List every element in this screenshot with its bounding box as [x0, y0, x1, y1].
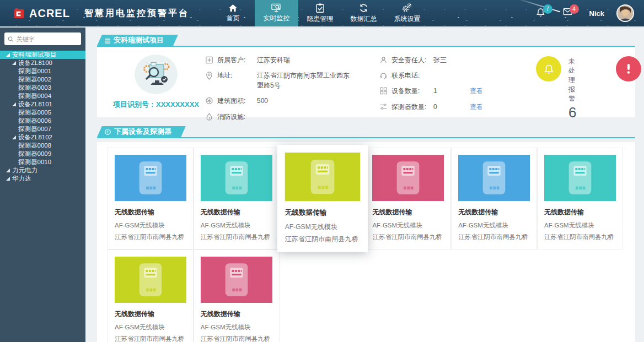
tree-node-label: 探测器0006 — [18, 117, 51, 125]
alarm-stat-circle — [536, 56, 561, 82]
device-card-address: 江苏省江阴市南闸县九桥 — [115, 233, 186, 241]
tree-node-label: 华力达 — [12, 175, 31, 183]
field-address: 地址: 江苏省江阴市南闸东盟工业园东盟路5号 — [205, 71, 379, 90]
meter-device-icon — [223, 160, 250, 196]
nav-item-data-summary[interactable]: 数据汇总 — [342, 0, 385, 26]
nav-item-hazard-management[interactable]: 隐患管理 — [298, 0, 342, 26]
tree-node-detector[interactable]: 探测器0005 — [0, 108, 85, 117]
project-info-panel: 项目识别号：XXXXXXXXX 所属客户: 江苏安科瑞 地址: 江苏省江阴市南闸… — [97, 47, 635, 117]
grid-icon — [379, 87, 388, 95]
project-fields-left: 所属客户: 江苏安科瑞 地址: 江苏省江阴市南闸东盟工业园东盟路5号 建筑面 — [205, 53, 379, 110]
device-card[interactable]: 无线数据传输 AF-GSM无线模块 江苏省江阴市南闸县九桥 — [108, 148, 194, 249]
tree-node-device[interactable]: 设备ZL8101 — [0, 100, 85, 108]
tree-node-detector[interactable]: 探测器0004 — [0, 92, 85, 100]
devices-section-title: 下属设备及探测器 — [114, 127, 171, 135]
brand-logo-text: ACREL — [29, 7, 70, 20]
view-devices-link[interactable]: 查看 — [470, 86, 483, 96]
device-card-address: 江苏省江阴市南闸县九桥 — [458, 233, 530, 241]
meter-device-icon — [137, 160, 164, 196]
tree-node-detector[interactable]: 探测器0007 — [0, 125, 85, 133]
nav-item-label: 数据汇总 — [350, 14, 377, 24]
stat-value: 6 — [568, 104, 576, 121]
tree-node-detector[interactable]: 探测器0003 — [0, 84, 85, 92]
devices-section-header: 下属设备及探测器 — [97, 126, 635, 138]
device-card[interactable]: 无线数据传输 AF-GSM无线模块 江苏省江阴市南闸县九桥 — [537, 148, 623, 249]
device-card[interactable]: 无线数据传输 AF-GSM无线模块 江苏省江阴市南闸县九桥 — [451, 148, 537, 249]
meter-device-icon — [137, 262, 164, 297]
alarm-count-badge: 7 — [543, 4, 552, 14]
device-card-title: 无线数据传输 — [115, 310, 186, 319]
nav-item-home[interactable]: 首页 — [211, 0, 255, 26]
field-value: 张三 — [433, 56, 470, 65]
project-id-text: 项目识别号：XXXXXXXXX — [113, 100, 199, 110]
field-device-count: 设备数量: 1 查看 — [379, 86, 517, 96]
field-contact-phone: 联系电话: — [379, 71, 517, 80]
sidebar-search — [4, 32, 81, 45]
tree-node-detector[interactable]: 探测器0010 — [0, 158, 85, 166]
clipboard-check-icon — [316, 3, 324, 13]
expand-triangle-icon[interactable] — [6, 177, 10, 181]
tree-node-detector[interactable]: 探测器0008 — [0, 142, 85, 150]
field-label: 探测器数量: — [391, 102, 433, 112]
expand-triangle-icon[interactable] — [12, 61, 16, 65]
nav-item-label: 隐患管理 — [307, 14, 333, 24]
device-card-address: 江苏省江阴市南闸县九桥 — [115, 335, 186, 342]
fire-icon — [205, 113, 213, 121]
tree-node-device[interactable]: 设备ZL8100 — [0, 59, 85, 67]
device-card[interactable]: 无线数据传输 AF-GSM无线模块 江苏省江阴市南闸县九桥 — [194, 148, 280, 249]
tree-node-project[interactable]: 力元电力 — [0, 166, 85, 175]
device-card[interactable]: 无线数据传输 AF-GSM无线模块 江苏省江阴市南闸县九桥 — [108, 249, 194, 342]
device-card-media — [115, 257, 186, 303]
device-card-model: AF-GSM无线模块 — [372, 221, 444, 230]
top-navbar: ACREL 智慧用电监控预警平台 首页 实时监控 — [0, 0, 644, 28]
search-input[interactable] — [17, 36, 78, 42]
field-value: 江苏省江阴市南闸东盟工业园东盟路5号 — [257, 71, 355, 90]
tree-node-label: 探测器0009 — [18, 150, 51, 158]
user-avatar[interactable] — [616, 4, 634, 22]
field-label: 安全责任人: — [391, 56, 433, 65]
expand-triangle-icon[interactable] — [12, 102, 16, 106]
device-cards-grid: 无线数据传输 AF-GSM无线模块 江苏省江阴市南闸县九桥 无线数据传输 AF-… — [108, 148, 625, 342]
tree-node-project[interactable]: 安科瑞测试项目 — [0, 51, 85, 59]
tree-node-detector[interactable]: 探测器0006 — [0, 117, 85, 125]
expand-triangle-icon[interactable] — [6, 53, 10, 57]
expand-triangle-icon[interactable] — [6, 169, 10, 172]
device-card-model: AF-GSM无线模块 — [458, 221, 530, 230]
tree-node-project[interactable]: 华力达 — [0, 175, 85, 183]
device-card[interactable]: 无线数据传输 AF-GSM无线模块 江苏省江阴市南闸县九桥 — [365, 148, 451, 249]
field-label: 消防设施: — [217, 112, 257, 122]
device-card-media — [201, 155, 272, 201]
fault-stat-circle — [616, 56, 641, 82]
tree-node-device[interactable]: 设备ZL8102 — [0, 133, 85, 142]
meter-device-icon — [223, 262, 250, 297]
project-id-block: 项目识别号：XXXXXXXXX — [107, 53, 205, 110]
device-card-media — [458, 155, 530, 201]
tree-node-label: 安科瑞测试项目 — [12, 51, 57, 59]
person-icon — [379, 56, 388, 64]
view-detectors-link[interactable]: 查看 — [470, 102, 483, 112]
area-icon — [205, 97, 213, 105]
device-tree: 安科瑞测试项目 设备ZL8100 探测器0001 探测器0002 探测器0003… — [0, 51, 85, 183]
tree-node-detector[interactable]: 探测器0001 — [0, 67, 85, 75]
alarm-bell-button[interactable]: 7 — [536, 8, 551, 19]
data-sync-icon — [359, 3, 368, 13]
message-button[interactable]: 4 — [563, 8, 577, 19]
stat-unhandled-faults: 未处理故障 8 — [616, 56, 644, 121]
expand-triangle-icon[interactable] — [12, 135, 16, 139]
device-card-selected[interactable]: 无线数据传输 AF-GSM无线模块 江苏省江阴市南闸县九桥 — [277, 145, 368, 252]
nav-item-system-settings[interactable]: 系统设置 — [385, 0, 429, 26]
nav-item-realtime-monitor[interactable]: 实时监控 — [255, 0, 298, 26]
project-section-title: 安科瑞测试项目 — [114, 36, 164, 44]
field-value: 0 — [433, 102, 470, 112]
project-section-header: 安科瑞测试项目 — [97, 35, 635, 47]
meter-device-icon — [480, 160, 508, 196]
tree-node-detector[interactable]: 探测器0002 — [0, 75, 85, 84]
stat-unhandled-alarms: 未处理报警 6 — [536, 56, 576, 121]
device-card[interactable]: 无线数据传输 AF-GSM无线模块 江苏省江阴市南闸县九桥 — [194, 249, 280, 342]
field-label: 建筑面积: — [217, 96, 257, 106]
device-card-title: 无线数据传输 — [201, 310, 272, 319]
device-card-title: 无线数据传输 — [372, 208, 444, 217]
tree-node-detector[interactable]: 探测器0009 — [0, 150, 85, 158]
home-icon — [228, 4, 238, 12]
device-card-model: AF-GSM无线模块 — [115, 221, 186, 230]
